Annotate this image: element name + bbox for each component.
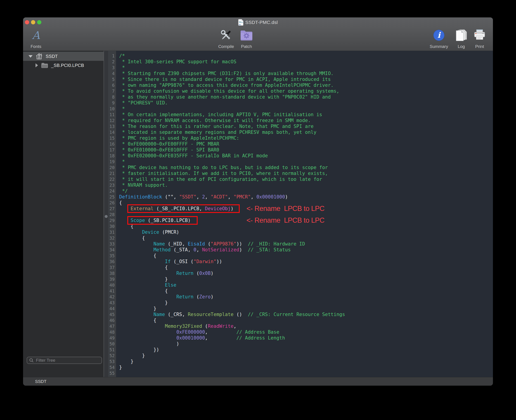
- code-token: Name: [153, 241, 165, 247]
- code-token: 0: [194, 247, 197, 253]
- code-token: [119, 323, 165, 329]
- code-line-17: * 0xFE010000~0xFE010FFF - SPI BAR0: [116, 147, 493, 153]
- code-token: *: [119, 106, 125, 112]
- code-token: Method: [153, 247, 171, 253]
- app-window: 🔧 DSL SSDT-PMC.dsl A Fonts: [23, 17, 493, 386]
- code-token: [119, 294, 176, 300]
- line-number: 45: [108, 312, 116, 317]
- line-number: 12: [108, 118, 116, 123]
- line-number: 25: [108, 194, 116, 200]
- code-token: 0x0B: [199, 270, 211, 276]
- line-number: 6: [108, 82, 116, 88]
- code-token: * PMC region is used by AppleIntelPCHPMC…: [119, 135, 239, 141]
- code-token: */: [119, 188, 128, 194]
- code-token: Device: [142, 229, 159, 235]
- line-number: 24: [108, 188, 116, 194]
- code-token: ): [211, 294, 214, 300]
- code-token: * Starting from Z390 chipsets PMC (D31:F…: [119, 71, 334, 76]
- line-number: 14: [108, 129, 116, 135]
- code-token: [119, 282, 165, 288]
- code-token: // Address Base: [236, 329, 279, 335]
- code-token: Name: [153, 312, 165, 317]
- line-number: 47: [108, 323, 116, 329]
- print-button[interactable]: Print: [464, 28, 493, 49]
- line-number: 20: [108, 165, 116, 170]
- code-token: * The reason for this is rather unclear.…: [119, 124, 314, 129]
- sidebar-item-ssdt[interactable]: SSDT: [23, 52, 104, 61]
- filter-tree-field[interactable]: [27, 357, 102, 364]
- code-editor[interactable]: 1234567891011121314151617181920212223242…: [104, 51, 493, 377]
- code-token: 2: [202, 194, 205, 200]
- code-line-47: Memory32Fixed (ReadWrite,: [116, 323, 493, 329]
- code-token: }: [119, 353, 145, 358]
- code-token: NotSerialized: [202, 247, 239, 253]
- line-number: 19: [108, 159, 116, 165]
- code-token: Return: [176, 294, 194, 300]
- line-number: 54: [108, 364, 116, 370]
- disclosure-down-icon[interactable]: [29, 55, 33, 58]
- code-line-55: [116, 370, 493, 376]
- filter-tree-input[interactable]: [36, 358, 101, 363]
- fonts-icon: A: [32, 30, 40, 41]
- line-number: 4: [108, 71, 116, 76]
- code-line-9: * "PCHRESV" UID.: [116, 100, 493, 106]
- gutter-marker-dot[interactable]: [105, 215, 108, 218]
- code-line-1: /*: [116, 53, 493, 59]
- code-token: [119, 312, 153, 317]
- code-line-53: }: [116, 359, 493, 364]
- code-token: (): [234, 312, 248, 317]
- line-number: 26: [108, 200, 116, 206]
- code-line-45: Name (_CRS, ResourceTemplate () // _CRS:…: [116, 312, 493, 317]
- code-token: [119, 229, 142, 235]
- code-token: )): [216, 259, 222, 264]
- code-token: (PMCR): [159, 229, 179, 235]
- line-number: 21: [108, 170, 116, 176]
- code-token: "APP9876": [211, 241, 236, 247]
- code-line-8: * as they normally use another non-stand…: [116, 94, 493, 100]
- code-token: (: [202, 323, 208, 329]
- code-token: ,: [228, 194, 233, 200]
- code-token: (: [194, 294, 199, 300]
- line-number: 32: [108, 235, 116, 241]
- code-token: (: [205, 241, 211, 247]
- window-title: SSDT-PMC.dsl: [245, 20, 278, 25]
- patch-button[interactable]: Patch: [231, 28, 262, 49]
- code-line-12: * required for NVRAM access. Otherwise i…: [116, 118, 493, 123]
- summary-icon: i: [433, 28, 445, 42]
- code-line-10: *: [116, 106, 493, 112]
- code-token: EisaId: [188, 241, 205, 247]
- line-number: 28: [108, 212, 116, 218]
- print-label: Print: [475, 44, 484, 49]
- house-icon: [36, 53, 43, 60]
- fonts-button[interactable]: A Fonts: [23, 28, 52, 49]
- code-token: }): [119, 347, 159, 352]
- code-line-25: DefinitionBlock ("", "SSDT", 2, "ACDT", …: [116, 194, 493, 200]
- code-line-36: If (_OSI ("Darwin")): [116, 259, 493, 264]
- line-number: 11: [108, 112, 116, 118]
- code-token: ): [285, 194, 288, 200]
- sidebar-item-sb-pci0-lpcb[interactable]: _SB.PCI0.LPCB: [23, 61, 104, 70]
- line-number: 17: [108, 147, 116, 153]
- code-token: }: [119, 365, 122, 370]
- code-area[interactable]: /* * Intel 300-series PMC support for ma…: [116, 53, 493, 376]
- code-token: DefinitionBlock: [119, 194, 162, 200]
- code-line-54: }: [116, 364, 493, 370]
- code-token: 0x00001000: [256, 194, 285, 200]
- line-number: 36: [108, 259, 116, 264]
- line-number: 9: [108, 100, 116, 106]
- disclosure-right-icon[interactable]: [36, 63, 38, 67]
- code-token: (_HID,: [165, 241, 188, 247]
- line-number: 37: [108, 264, 116, 270]
- line-number: 38: [108, 270, 116, 276]
- line-number: 42: [108, 294, 116, 300]
- line-number: 22: [108, 176, 116, 182]
- line-number: 39: [108, 276, 116, 282]
- code-token: *: [119, 65, 125, 70]
- code-token: Return: [176, 270, 194, 276]
- line-number: 34: [108, 247, 116, 253]
- code-token: ,: [205, 335, 236, 341]
- code-token: ("",: [162, 194, 179, 200]
- sidebar-item-label: _SB.PCI0.LPCB: [51, 63, 84, 68]
- highlight-box-line-29: [127, 216, 198, 225]
- code-token: [119, 270, 176, 276]
